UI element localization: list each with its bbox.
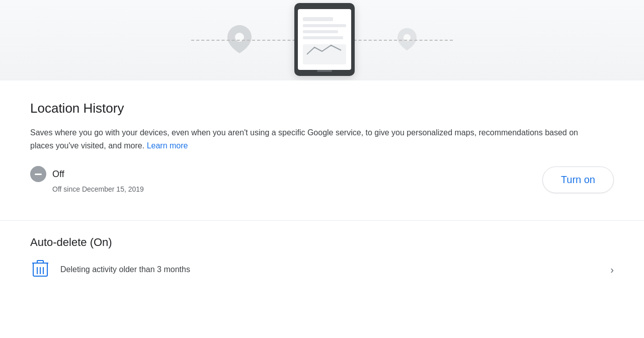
auto-delete-description: Deleting activity older than 3 months (60, 264, 190, 276)
svg-rect-5 (303, 24, 346, 27)
svg-rect-6 (303, 30, 338, 33)
status-left: Off Off since December 15, 2019 (30, 166, 144, 193)
page-title: Location History (30, 101, 614, 116)
auto-delete-left: Deleting activity older than 3 months (30, 259, 190, 280)
auto-delete-row[interactable]: Deleting activity older than 3 months › (30, 259, 614, 280)
section-description: Saves where you go with your devices, ev… (30, 126, 584, 152)
turn-on-button[interactable]: Turn on (542, 166, 614, 193)
svg-rect-8 (303, 44, 346, 64)
trash-icon (30, 260, 50, 280)
device-phone (292, 3, 357, 78)
svg-rect-7 (303, 36, 343, 39)
content-section: Location History Saves where you go with… (0, 80, 644, 205)
auto-delete-section: Auto-delete (On) Deleting activity older… (0, 236, 644, 290)
chevron-right-icon: › (610, 264, 614, 276)
svg-rect-3 (317, 70, 332, 72)
status-since-text: Off since December 15, 2019 (52, 185, 144, 193)
illustration-inner (227, 3, 417, 78)
svg-rect-4 (303, 17, 333, 21)
auto-delete-title: Auto-delete (On) (30, 236, 614, 249)
illustration-section (0, 0, 644, 80)
description-text: Saves where you go with your devices, ev… (30, 128, 578, 150)
status-label: Off (52, 169, 64, 180)
status-row: Off Off since December 15, 2019 Turn on (30, 166, 614, 193)
section-divider (0, 220, 644, 221)
off-status-icon (30, 166, 46, 182)
learn-more-link[interactable]: Learn more (147, 141, 188, 150)
status-indicator: Off (30, 166, 144, 182)
